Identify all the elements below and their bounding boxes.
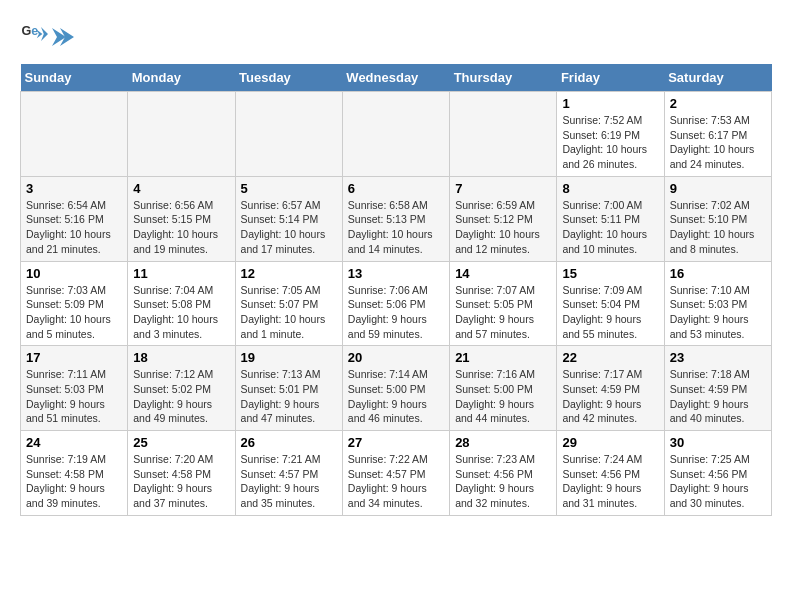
day-number: 11 [133, 266, 229, 281]
day-number: 14 [455, 266, 551, 281]
calendar-cell [21, 92, 128, 177]
calendar-table: SundayMondayTuesdayWednesdayThursdayFrid… [20, 64, 772, 516]
calendar-cell: 17Sunrise: 7:11 AM Sunset: 5:03 PM Dayli… [21, 346, 128, 431]
week-row-4: 17Sunrise: 7:11 AM Sunset: 5:03 PM Dayli… [21, 346, 772, 431]
day-info: Sunrise: 7:14 AM Sunset: 5:00 PM Dayligh… [348, 367, 444, 426]
day-number: 21 [455, 350, 551, 365]
header: G e [20, 20, 772, 48]
day-info: Sunrise: 7:20 AM Sunset: 4:58 PM Dayligh… [133, 452, 229, 511]
day-header-friday: Friday [557, 64, 664, 92]
day-header-sunday: Sunday [21, 64, 128, 92]
day-info: Sunrise: 7:10 AM Sunset: 5:03 PM Dayligh… [670, 283, 766, 342]
day-info: Sunrise: 7:11 AM Sunset: 5:03 PM Dayligh… [26, 367, 122, 426]
calendar-cell: 23Sunrise: 7:18 AM Sunset: 4:59 PM Dayli… [664, 346, 771, 431]
calendar-header-row: SundayMondayTuesdayWednesdayThursdayFrid… [21, 64, 772, 92]
day-info: Sunrise: 7:23 AM Sunset: 4:56 PM Dayligh… [455, 452, 551, 511]
day-number: 28 [455, 435, 551, 450]
day-number: 4 [133, 181, 229, 196]
day-info: Sunrise: 7:02 AM Sunset: 5:10 PM Dayligh… [670, 198, 766, 257]
day-header-tuesday: Tuesday [235, 64, 342, 92]
calendar-cell: 13Sunrise: 7:06 AM Sunset: 5:06 PM Dayli… [342, 261, 449, 346]
day-number: 9 [670, 181, 766, 196]
calendar-cell [342, 92, 449, 177]
calendar-cell: 24Sunrise: 7:19 AM Sunset: 4:58 PM Dayli… [21, 431, 128, 516]
week-row-2: 3Sunrise: 6:54 AM Sunset: 5:16 PM Daylig… [21, 176, 772, 261]
calendar-cell: 2Sunrise: 7:53 AM Sunset: 6:17 PM Daylig… [664, 92, 771, 177]
calendar-cell: 26Sunrise: 7:21 AM Sunset: 4:57 PM Dayli… [235, 431, 342, 516]
week-row-5: 24Sunrise: 7:19 AM Sunset: 4:58 PM Dayli… [21, 431, 772, 516]
day-info: Sunrise: 6:54 AM Sunset: 5:16 PM Dayligh… [26, 198, 122, 257]
calendar-cell [450, 92, 557, 177]
calendar-cell: 14Sunrise: 7:07 AM Sunset: 5:05 PM Dayli… [450, 261, 557, 346]
calendar-cell: 21Sunrise: 7:16 AM Sunset: 5:00 PM Dayli… [450, 346, 557, 431]
day-number: 8 [562, 181, 658, 196]
day-info: Sunrise: 7:13 AM Sunset: 5:01 PM Dayligh… [241, 367, 337, 426]
day-info: Sunrise: 7:00 AM Sunset: 5:11 PM Dayligh… [562, 198, 658, 257]
day-info: Sunrise: 7:07 AM Sunset: 5:05 PM Dayligh… [455, 283, 551, 342]
day-info: Sunrise: 7:09 AM Sunset: 5:04 PM Dayligh… [562, 283, 658, 342]
day-number: 12 [241, 266, 337, 281]
calendar-cell: 20Sunrise: 7:14 AM Sunset: 5:00 PM Dayli… [342, 346, 449, 431]
day-number: 1 [562, 96, 658, 111]
calendar-cell: 16Sunrise: 7:10 AM Sunset: 5:03 PM Dayli… [664, 261, 771, 346]
calendar-cell: 27Sunrise: 7:22 AM Sunset: 4:57 PM Dayli… [342, 431, 449, 516]
calendar-cell: 28Sunrise: 7:23 AM Sunset: 4:56 PM Dayli… [450, 431, 557, 516]
calendar-cell: 30Sunrise: 7:25 AM Sunset: 4:56 PM Dayli… [664, 431, 771, 516]
week-row-3: 10Sunrise: 7:03 AM Sunset: 5:09 PM Dayli… [21, 261, 772, 346]
day-number: 13 [348, 266, 444, 281]
day-info: Sunrise: 7:52 AM Sunset: 6:19 PM Dayligh… [562, 113, 658, 172]
day-number: 29 [562, 435, 658, 450]
calendar-cell: 15Sunrise: 7:09 AM Sunset: 5:04 PM Dayli… [557, 261, 664, 346]
logo: G e [20, 20, 74, 48]
calendar-cell: 29Sunrise: 7:24 AM Sunset: 4:56 PM Dayli… [557, 431, 664, 516]
day-info: Sunrise: 7:19 AM Sunset: 4:58 PM Dayligh… [26, 452, 122, 511]
day-number: 19 [241, 350, 337, 365]
day-info: Sunrise: 6:56 AM Sunset: 5:15 PM Dayligh… [133, 198, 229, 257]
calendar-cell: 12Sunrise: 7:05 AM Sunset: 5:07 PM Dayli… [235, 261, 342, 346]
day-info: Sunrise: 7:18 AM Sunset: 4:59 PM Dayligh… [670, 367, 766, 426]
day-number: 15 [562, 266, 658, 281]
day-info: Sunrise: 7:24 AM Sunset: 4:56 PM Dayligh… [562, 452, 658, 511]
day-number: 30 [670, 435, 766, 450]
day-info: Sunrise: 6:57 AM Sunset: 5:14 PM Dayligh… [241, 198, 337, 257]
calendar-cell: 18Sunrise: 7:12 AM Sunset: 5:02 PM Dayli… [128, 346, 235, 431]
day-number: 17 [26, 350, 122, 365]
day-info: Sunrise: 7:04 AM Sunset: 5:08 PM Dayligh… [133, 283, 229, 342]
day-number: 20 [348, 350, 444, 365]
day-header-saturday: Saturday [664, 64, 771, 92]
calendar-cell: 4Sunrise: 6:56 AM Sunset: 5:15 PM Daylig… [128, 176, 235, 261]
day-info: Sunrise: 7:06 AM Sunset: 5:06 PM Dayligh… [348, 283, 444, 342]
day-info: Sunrise: 7:22 AM Sunset: 4:57 PM Dayligh… [348, 452, 444, 511]
day-info: Sunrise: 7:53 AM Sunset: 6:17 PM Dayligh… [670, 113, 766, 172]
day-info: Sunrise: 6:58 AM Sunset: 5:13 PM Dayligh… [348, 198, 444, 257]
day-info: Sunrise: 7:16 AM Sunset: 5:00 PM Dayligh… [455, 367, 551, 426]
calendar-cell: 5Sunrise: 6:57 AM Sunset: 5:14 PM Daylig… [235, 176, 342, 261]
day-number: 16 [670, 266, 766, 281]
logo-icon: G e [20, 20, 48, 48]
week-row-1: 1Sunrise: 7:52 AM Sunset: 6:19 PM Daylig… [21, 92, 772, 177]
day-info: Sunrise: 7:05 AM Sunset: 5:07 PM Dayligh… [241, 283, 337, 342]
day-number: 26 [241, 435, 337, 450]
day-number: 18 [133, 350, 229, 365]
day-info: Sunrise: 7:25 AM Sunset: 4:56 PM Dayligh… [670, 452, 766, 511]
day-info: Sunrise: 7:03 AM Sunset: 5:09 PM Dayligh… [26, 283, 122, 342]
day-number: 7 [455, 181, 551, 196]
day-number: 23 [670, 350, 766, 365]
calendar-cell: 10Sunrise: 7:03 AM Sunset: 5:09 PM Dayli… [21, 261, 128, 346]
day-number: 3 [26, 181, 122, 196]
day-header-thursday: Thursday [450, 64, 557, 92]
calendar-cell [235, 92, 342, 177]
day-number: 2 [670, 96, 766, 111]
day-number: 22 [562, 350, 658, 365]
calendar-cell: 25Sunrise: 7:20 AM Sunset: 4:58 PM Dayli… [128, 431, 235, 516]
day-number: 25 [133, 435, 229, 450]
svg-text:G: G [21, 24, 31, 38]
page-container: G e [0, 0, 792, 526]
day-number: 6 [348, 181, 444, 196]
calendar-cell [128, 92, 235, 177]
day-info: Sunrise: 7:21 AM Sunset: 4:57 PM Dayligh… [241, 452, 337, 511]
day-number: 27 [348, 435, 444, 450]
calendar-cell: 3Sunrise: 6:54 AM Sunset: 5:16 PM Daylig… [21, 176, 128, 261]
day-header-wednesday: Wednesday [342, 64, 449, 92]
calendar-cell: 9Sunrise: 7:02 AM Sunset: 5:10 PM Daylig… [664, 176, 771, 261]
